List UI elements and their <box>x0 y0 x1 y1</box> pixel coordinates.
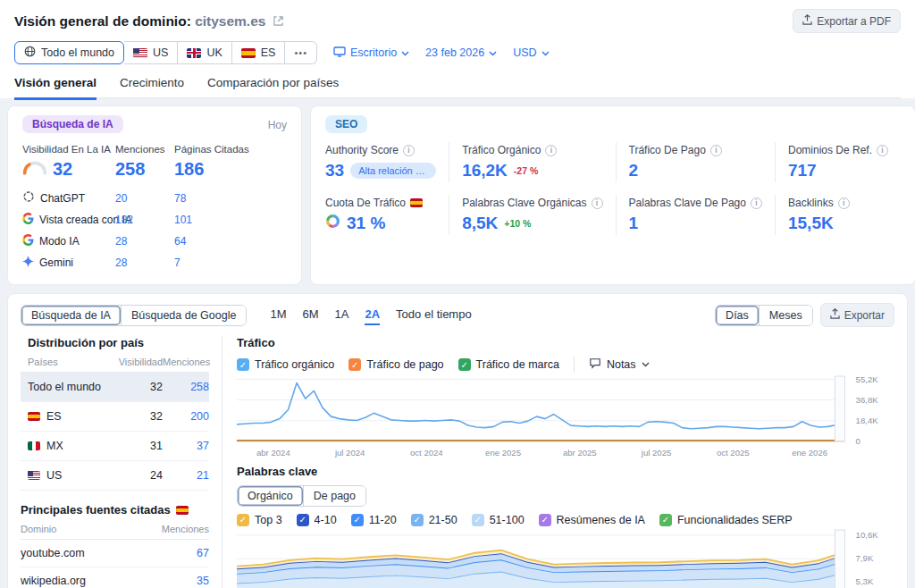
checkbox-icon: ✓ <box>348 358 361 371</box>
info-icon[interactable]: i <box>592 197 603 209</box>
source-row[interactable]: wikipedia.org35 <box>21 567 209 588</box>
ai-mentions-value[interactable]: 258 <box>115 159 174 187</box>
country-mentions[interactable]: 37 <box>163 440 209 452</box>
seo-card: SEO Authority Scorei33Alta relación e...… <box>310 105 915 285</box>
ai-row-mentions[interactable]: 28 <box>115 231 174 252</box>
es-flag-icon <box>241 48 256 58</box>
filter-chip-world[interactable]: Todo el mundo <box>14 41 124 64</box>
seo-metric-badge[interactable]: Alta relación e... <box>350 163 436 179</box>
ai-row-pages[interactable]: 78 <box>174 187 287 209</box>
seo-metrics-grid: Authority Scorei33Alta relación e...Tráf… <box>325 142 901 235</box>
seo-metric-backlinks: Backlinksi15,5K <box>775 195 901 235</box>
info-icon[interactable]: i <box>545 145 557 156</box>
granularity-meses[interactable]: Meses <box>759 306 812 325</box>
source-mentions[interactable]: 35 <box>155 575 209 587</box>
filter-chip-uk[interactable]: UK <box>178 41 231 64</box>
seo-metric-value: 2 <box>629 161 762 181</box>
ai-row-pages[interactable]: 101 <box>174 209 287 231</box>
filter-chip-es[interactable]: ES <box>232 41 286 64</box>
svg-text:oct 2025: oct 2025 <box>717 448 750 458</box>
range-2a[interactable]: 2A <box>365 307 380 323</box>
seo-metric-value: 1 <box>629 214 762 233</box>
country-mentions[interactable]: 21 <box>163 469 209 482</box>
ai-row-pages[interactable]: 7 <box>174 252 287 273</box>
date-dropdown[interactable]: 23 feb 2026 <box>425 46 497 59</box>
ai-row-pages[interactable]: 64 <box>174 231 287 252</box>
keywords-tab-org-nico[interactable]: Orgánico <box>238 486 303 506</box>
info-icon[interactable]: i <box>838 197 850 209</box>
ai-row-mentions[interactable]: 20 <box>115 187 174 209</box>
legend-item-res-menes-de-ia[interactable]: ✓Resúmenes de IA <box>539 514 645 526</box>
legend-item-11-20[interactable]: ✓11-20 <box>351 514 397 526</box>
cited-sources-title: Principales fuentes citadas <box>21 503 209 517</box>
seo-metric-number[interactable]: 2 <box>629 161 639 181</box>
range-1a[interactable]: 1A <box>335 307 349 323</box>
info-icon[interactable]: i <box>877 145 888 156</box>
chevron-down-icon <box>401 46 409 59</box>
ai-pages-value[interactable]: 186 <box>174 159 287 187</box>
seo-metric-number[interactable]: 15,5K <box>788 214 834 233</box>
legend-item-tr-fico-de-marca[interactable]: ✓Tráfico de marca <box>458 358 559 371</box>
legend-label: 4-10 <box>315 514 337 526</box>
range-1m[interactable]: 1M <box>270 307 286 323</box>
traffic-chart[interactable]: 55,2K36,8K18,4K0abr 2024jul 2024oct 2024… <box>237 373 894 461</box>
svg-text:abr 2025: abr 2025 <box>563 448 597 458</box>
legend-item-51-100[interactable]: ✓51-100 <box>472 514 525 526</box>
external-link-icon[interactable] <box>273 13 283 29</box>
seo-metric-label: Tráfico De Pagoi <box>629 144 762 156</box>
legend-item-21-50[interactable]: ✓21-50 <box>411 514 458 526</box>
country-row[interactable]: ES32200 <box>21 402 209 432</box>
seo-metric-delta: +10 % <box>504 218 531 229</box>
export-button[interactable]: Exportar <box>820 303 894 327</box>
more-countries-button[interactable]: ••• <box>285 41 317 64</box>
info-icon[interactable]: i <box>710 145 722 156</box>
seo-metric-tr-fico-de-pago: Tráfico De Pagoi2 <box>616 142 775 182</box>
legend-item-tr-fico-de-pago[interactable]: ✓Tráfico de pago <box>348 358 443 371</box>
legend-item-4-10[interactable]: ✓4-10 <box>297 514 337 526</box>
ai-row-mentions[interactable]: 182 <box>115 209 174 231</box>
ai-search-badge: Búsqueda de IA <box>22 115 123 133</box>
country-mentions[interactable]: 258 <box>163 381 209 393</box>
legend-item-top-3[interactable]: ✓Top 3 <box>237 514 282 526</box>
seo-metric-number[interactable]: 31 % <box>347 214 385 233</box>
svg-text:18,4K: 18,4K <box>856 416 879 425</box>
range-todo-el-tiempo[interactable]: Todo el tiempo <box>396 307 472 323</box>
source-tab-b-squeda-de-ia[interactable]: Búsqueda de IA <box>21 306 121 325</box>
ai-row-mentions[interactable]: 28 <box>115 252 174 273</box>
globe-icon <box>24 46 36 60</box>
keywords-chart[interactable]: 10,6K7,9K5,3K2,6K0abr 2024jul 2024oct 20… <box>237 526 894 588</box>
legend-item-funcionalidades-serp[interactable]: ✓Funcionalidades SERP <box>659 514 793 526</box>
range-6m[interactable]: 6M <box>303 307 319 323</box>
notes-dropdown[interactable]: Notas <box>589 357 650 372</box>
currency-dropdown[interactable]: USD <box>513 46 549 59</box>
source-row[interactable]: youtube.com67 <box>21 540 209 567</box>
seo-metric-number[interactable]: 33 <box>325 161 344 181</box>
source-tab-b-squeda-de-google[interactable]: Búsqueda de Google <box>121 306 246 325</box>
ai-row-name: Modo IA <box>39 235 80 248</box>
keywords-tab-de-pago[interactable]: De pago <box>303 486 365 506</box>
tab-visi-n-general[interactable]: Visión general <box>14 76 97 97</box>
granularity-días[interactable]: Días <box>716 306 759 325</box>
seo-metric-number[interactable]: 717 <box>788 161 817 181</box>
seo-metric-number[interactable]: 8,5K <box>462 214 498 233</box>
source-mentions[interactable]: 67 <box>155 547 209 559</box>
col-dominio: Dominio <box>21 524 155 534</box>
country-row[interactable]: Todo el mundo32258 <box>21 373 209 402</box>
country-row[interactable]: MX3137 <box>21 432 209 461</box>
tab-comparaci-n-por-pa-ses[interactable]: Comparación por países <box>207 76 339 97</box>
main-content: Búsqueda de IA Hoy Visibilidad En La IA … <box>0 98 915 588</box>
country-mentions[interactable]: 200 <box>163 410 209 423</box>
gemini-icon <box>22 256 34 270</box>
filter-chip-us[interactable]: US <box>124 41 178 64</box>
seo-metric-number[interactable]: 1 <box>629 214 639 233</box>
filter-bar: Todo el mundoUSUKES••• Escritorio 23 feb… <box>14 41 901 64</box>
country-row[interactable]: US2421 <box>21 461 209 491</box>
country-table-header: Países Visibilidad Menciones <box>21 349 209 373</box>
tab-crecimiento[interactable]: Crecimiento <box>120 76 184 97</box>
device-dropdown[interactable]: Escritorio <box>333 46 409 60</box>
info-icon[interactable]: i <box>403 145 415 156</box>
legend-item-tr-fico-org-nico[interactable]: ✓Tráfico orgánico <box>237 358 334 371</box>
export-pdf-button[interactable]: Exportar a PDF <box>793 9 901 33</box>
info-icon[interactable]: i <box>751 197 762 209</box>
seo-metric-number[interactable]: 16,2K <box>462 161 508 181</box>
